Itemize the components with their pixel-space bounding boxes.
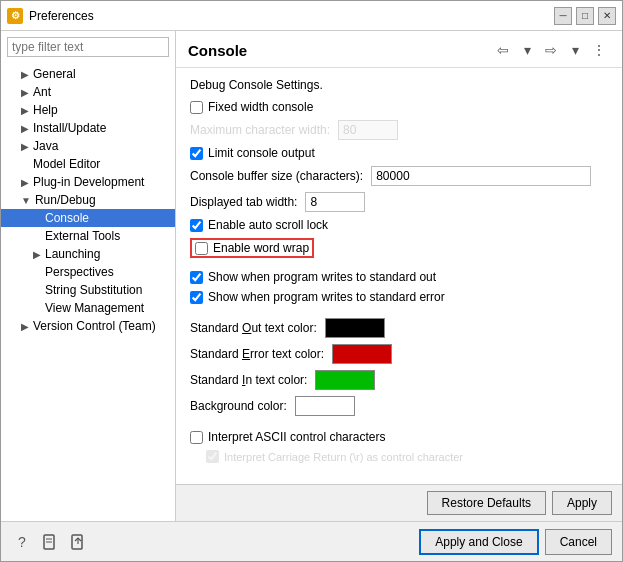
bg-color-swatch[interactable]	[295, 396, 355, 416]
sidebar-item-install[interactable]: ▶ Install/Update	[1, 119, 175, 137]
fixed-width-checkbox[interactable]	[190, 101, 203, 114]
show-stdout-row: Show when program writes to standard out	[190, 270, 608, 284]
maximize-button[interactable]: □	[576, 7, 594, 25]
help-icon[interactable]: ?	[11, 531, 33, 553]
sidebar-item-version-control[interactable]: ▶ Version Control (Team)	[1, 317, 175, 335]
word-wrap-container: Enable word wrap	[190, 238, 608, 264]
sidebar-item-label: Install/Update	[33, 121, 106, 135]
chevron-right-icon: ▶	[21, 87, 29, 98]
interpret-cr-checkbox	[206, 450, 219, 463]
auto-scroll-checkbox[interactable]	[190, 219, 203, 232]
sidebar-item-label: External Tools	[45, 229, 120, 243]
sidebar-item-console[interactable]: ▶ Console	[1, 209, 175, 227]
chevron-right-icon: ▶	[21, 321, 29, 332]
dropdown2-button[interactable]: ▾	[564, 39, 586, 61]
sidebar-item-help[interactable]: ▶ Help	[1, 101, 175, 119]
apply-close-button[interactable]: Apply and Close	[419, 529, 538, 555]
minimize-button[interactable]: ─	[554, 7, 572, 25]
sidebar-item-run-debug[interactable]: ▼ Run/Debug	[1, 191, 175, 209]
sidebar-item-label: General	[33, 67, 76, 81]
std-err-color-label: Standard Error text color:	[190, 347, 324, 361]
sidebar-item-model-editor[interactable]: ▶ Model Editor	[1, 155, 175, 173]
content-area: Console ⇦ ▾ ⇨ ▾ ⋮ Debug Console Settings…	[176, 31, 622, 521]
word-wrap-checkbox[interactable]	[195, 242, 208, 255]
std-err-color-swatch[interactable]	[332, 344, 392, 364]
show-stdout-checkbox[interactable]	[190, 271, 203, 284]
buffer-size-label: Console buffer size (characters):	[190, 169, 363, 183]
max-char-label: Maximum character width:	[190, 123, 330, 137]
bg-color-label: Background color:	[190, 399, 287, 413]
interpret-cr-label: Interpret Carriage Return (\r) as contro…	[224, 451, 463, 463]
chevron-right-icon: ▶	[21, 141, 29, 152]
std-out-color-row: Standard Out text color:	[190, 318, 608, 338]
show-stderr-checkbox[interactable]	[190, 291, 203, 304]
title-bar: ⚙ Preferences ─ □ ✕	[1, 1, 622, 31]
sidebar-item-perspectives[interactable]: ▶ Perspectives	[1, 263, 175, 281]
window-icon: ⚙	[7, 8, 23, 24]
show-stderr-label: Show when program writes to standard err…	[208, 290, 445, 304]
std-in-color-swatch[interactable]	[315, 370, 375, 390]
max-char-row: Maximum character width:	[190, 120, 608, 140]
buffer-size-input[interactable]	[371, 166, 591, 186]
menu-button[interactable]: ⋮	[588, 39, 610, 61]
limit-output-checkbox[interactable]	[190, 147, 203, 160]
auto-scroll-label: Enable auto scroll lock	[208, 218, 328, 232]
sidebar-item-launching[interactable]: ▶ Launching	[1, 245, 175, 263]
new-page-icon[interactable]	[39, 531, 61, 553]
buffer-size-row: Console buffer size (characters):	[190, 166, 608, 186]
restore-defaults-button[interactable]: Restore Defaults	[427, 491, 546, 515]
filter-input[interactable]	[7, 37, 169, 57]
bottom-right: Apply and Close Cancel	[419, 529, 612, 555]
word-wrap-label: Enable word wrap	[213, 241, 309, 255]
interpret-ascii-checkbox[interactable]	[190, 431, 203, 444]
sidebar-item-external-tools[interactable]: ▶ External Tools	[1, 227, 175, 245]
std-out-color-swatch[interactable]	[325, 318, 385, 338]
limit-output-row: Limit console output	[190, 146, 608, 160]
svg-rect-3	[72, 535, 82, 549]
interpret-ascii-label: Interpret ASCII control characters	[208, 430, 385, 444]
max-char-input	[338, 120, 398, 140]
tab-width-row: Displayed tab width:	[190, 192, 608, 212]
sidebar-item-general[interactable]: ▶ General	[1, 65, 175, 83]
std-err-color-row: Standard Error text color:	[190, 344, 608, 364]
sidebar-item-string-sub[interactable]: ▶ String Substitution	[1, 281, 175, 299]
content-title: Console	[188, 42, 247, 59]
bg-color-row: Background color:	[190, 396, 608, 416]
content-footer: Restore Defaults Apply	[176, 484, 622, 521]
content-header: Console ⇦ ▾ ⇨ ▾ ⋮	[176, 31, 622, 68]
show-stderr-row: Show when program writes to standard err…	[190, 290, 608, 304]
dropdown-button[interactable]: ▾	[516, 39, 538, 61]
section-title: Debug Console Settings.	[190, 78, 608, 92]
sidebar-item-label: Model Editor	[33, 157, 100, 171]
sidebar-item-plugin[interactable]: ▶ Plug-in Development	[1, 173, 175, 191]
interpret-ascii-row: Interpret ASCII control characters	[190, 430, 608, 444]
chevron-right-icon: ▶	[21, 69, 29, 80]
back-button[interactable]: ⇦	[492, 39, 514, 61]
apply-button[interactable]: Apply	[552, 491, 612, 515]
std-in-color-row: Standard In text color:	[190, 370, 608, 390]
sidebar-item-label: String Substitution	[45, 283, 142, 297]
sidebar-item-label: Java	[33, 139, 58, 153]
bottom-bar: ? Apply and Close Cancel	[1, 521, 622, 561]
header-nav: ⇦ ▾ ⇨ ▾ ⋮	[492, 39, 610, 61]
chevron-right-icon: ▶	[21, 123, 29, 134]
word-wrap-row: Enable word wrap	[190, 238, 314, 258]
export-icon[interactable]	[67, 531, 89, 553]
close-button[interactable]: ✕	[598, 7, 616, 25]
window-controls: ─ □ ✕	[554, 7, 616, 25]
sidebar-item-label: Run/Debug	[35, 193, 96, 207]
tab-width-input[interactable]	[305, 192, 365, 212]
sidebar-item-label: Launching	[45, 247, 100, 261]
preferences-window: ⚙ Preferences ─ □ ✕ ▶ General ▶ Ant ▶	[0, 0, 623, 562]
sidebar-item-label: Ant	[33, 85, 51, 99]
chevron-down-icon: ▼	[21, 195, 31, 206]
forward-button[interactable]: ⇨	[540, 39, 562, 61]
sidebar-item-label: Perspectives	[45, 265, 114, 279]
sidebar-item-java[interactable]: ▶ Java	[1, 137, 175, 155]
sidebar-item-view-mgmt[interactable]: ▶ View Management	[1, 299, 175, 317]
interpret-cr-row: Interpret Carriage Return (\r) as contro…	[190, 450, 608, 463]
cancel-button[interactable]: Cancel	[545, 529, 612, 555]
chevron-right-icon: ▶	[21, 105, 29, 116]
sidebar-item-ant[interactable]: ▶ Ant	[1, 83, 175, 101]
bottom-left: ?	[11, 531, 419, 553]
